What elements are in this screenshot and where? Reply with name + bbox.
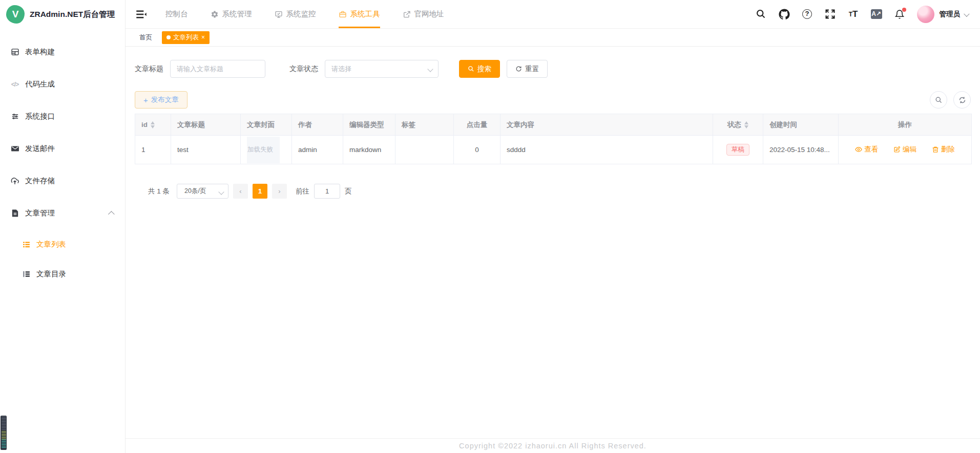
broken-image-placeholder: 加载失败 (247, 137, 280, 163)
delete-label: 删除 (941, 145, 955, 154)
header-id[interactable]: id (135, 114, 171, 136)
page-size-select[interactable] (177, 184, 228, 199)
app-logo[interactable]: V ZRAdmin.NET后台管理 (0, 0, 125, 29)
chevron-down-icon[interactable] (964, 11, 969, 16)
search-icon (468, 66, 474, 72)
pagination: 共 1 条 ‹ 1 › 前往 页 (148, 184, 971, 199)
cell-title: test (171, 136, 241, 164)
sidebar-collapse-button[interactable] (135, 8, 148, 21)
refresh-table-button[interactable] (953, 91, 971, 109)
username-label[interactable]: 管理员 (940, 10, 961, 19)
goto-page-input[interactable] (314, 184, 340, 199)
notification-bell-icon[interactable] (894, 9, 905, 20)
header-tag: 标签 (395, 114, 454, 136)
article-status-select-wrap (325, 60, 439, 78)
header-actions: 操作 (839, 114, 972, 136)
tag-article-list[interactable]: 文章列表 × (162, 31, 210, 44)
nav-item-console[interactable]: 控制台 (165, 0, 188, 28)
sort-icon[interactable] (151, 121, 155, 128)
header-cover: 文章封面 (241, 114, 292, 136)
translate-icon[interactable]: A↗ (871, 9, 882, 20)
sidebar-item-article-catalog[interactable]: 文章目录 (0, 259, 125, 289)
search-icon[interactable] (756, 9, 767, 20)
nav-item-system-tools[interactable]: 系统工具 (339, 0, 380, 28)
cell-status: 草稿 (713, 136, 763, 164)
refresh-icon (958, 96, 966, 104)
tags-view-bar: 首页 文章列表 × (126, 29, 980, 47)
sidebar-item-article-list[interactable]: 文章列表 (0, 229, 125, 259)
page-number-button[interactable]: 1 (253, 184, 267, 199)
sidebar-item-label: 文章管理 (25, 208, 55, 218)
edit-button[interactable]: 编辑 (893, 145, 916, 154)
refresh-icon (515, 66, 522, 72)
sidebar-item-file-storage[interactable]: 文件存储 (0, 165, 125, 197)
article-status-label: 文章状态 (289, 64, 318, 74)
main-area: 控制台 系统管理 系统监控 系统工具 官网地址 (126, 0, 980, 453)
sidebar-item-send-mail[interactable]: 发送邮件 (0, 133, 125, 165)
top-nav-menu: 控制台 系统管理 系统监控 系统工具 官网地址 (165, 0, 444, 28)
fullscreen-icon[interactable] (825, 9, 836, 20)
sidebar-menu: 表单构建 </> 代码生成 系统接口 发送邮件 (0, 36, 125, 289)
notification-badge (902, 8, 906, 12)
nav-item-label: 官网地址 (414, 9, 444, 19)
devtools-minimap[interactable] (1, 416, 7, 450)
header-status[interactable]: 状态 (713, 114, 763, 136)
nav-item-official-site[interactable]: 官网地址 (403, 0, 444, 28)
nav-item-label: 系统工具 (350, 9, 380, 19)
font-size-icon[interactable]: TT (848, 9, 859, 20)
article-title-label: 文章标题 (135, 64, 163, 74)
header-author: 作者 (292, 114, 343, 136)
avatar[interactable] (917, 6, 934, 23)
publish-article-button[interactable]: + 发布文章 (135, 91, 187, 109)
sidebar-item-label: 代码生成 (25, 79, 55, 89)
article-title-field-wrap (170, 60, 265, 78)
header-hits: 点击量 (454, 114, 501, 136)
minimap-stripes-gray (2, 417, 6, 430)
search-button[interactable]: 搜索 (459, 60, 500, 78)
table-toolbar: + 发布文章 (135, 91, 971, 109)
next-page-button[interactable]: › (272, 184, 287, 199)
list-icon (22, 240, 31, 249)
view-button[interactable]: 查看 (855, 145, 878, 154)
eye-icon (855, 146, 862, 153)
code-icon: </> (10, 80, 19, 89)
reset-button[interactable]: 重置 (507, 60, 548, 78)
sidebar-item-label: 文章列表 (36, 240, 66, 249)
help-icon[interactable]: ? (802, 9, 813, 20)
sidebar-item-code-gen[interactable]: </> 代码生成 (0, 68, 125, 100)
delete-button[interactable]: 删除 (932, 145, 955, 154)
navbar-actions: ? TT A↗ 管理员 (756, 6, 970, 23)
minimap-stripes-yellow (2, 431, 6, 439)
close-icon[interactable]: × (201, 34, 205, 40)
cell-hits: 0 (454, 136, 501, 164)
sidebar-item-system-api[interactable]: 系统接口 (0, 100, 125, 133)
show-search-toggle-button[interactable] (930, 91, 947, 109)
edit-icon (893, 146, 901, 153)
cell-cover: 加载失败 (241, 136, 292, 164)
nav-item-system-monitor[interactable]: 系统监控 (275, 0, 316, 28)
prev-page-button[interactable]: ‹ (233, 184, 248, 199)
sidebar-item-form-builder[interactable]: 表单构建 (0, 36, 125, 68)
page-unit-label: 页 (345, 187, 352, 196)
nav-item-system-manage[interactable]: 系统管理 (211, 0, 252, 28)
header-created: 创建时间 (763, 114, 839, 136)
tag-label: 文章列表 (173, 33, 199, 42)
sidebar-item-label: 表单构建 (25, 47, 55, 57)
nav-item-label: 控制台 (165, 9, 188, 19)
monitor-icon (275, 10, 283, 18)
app-window: V ZRAdmin.NET后台管理 表单构建 </> 代码生成 系统接口 (0, 0, 980, 453)
header-editor-type: 编辑器类型 (343, 114, 395, 136)
article-title-input[interactable] (170, 60, 265, 78)
sidebar-item-article-manage[interactable]: 文章管理 (0, 197, 125, 229)
active-dot-icon (166, 35, 171, 39)
tag-home[interactable]: 首页 (135, 31, 157, 44)
table-row[interactable]: 1 test 加载失败 admin markdown 0 sdddd 草稿 (135, 136, 972, 164)
gear-icon (211, 10, 219, 18)
status-badge: 草稿 (726, 144, 749, 156)
page-size-select-wrap (177, 184, 228, 199)
cell-actions: 查看 编辑 删除 (839, 136, 972, 164)
cell-author: admin (292, 136, 343, 164)
sort-icon[interactable] (744, 121, 748, 128)
github-icon[interactable] (779, 9, 790, 20)
article-status-select[interactable] (325, 60, 439, 78)
